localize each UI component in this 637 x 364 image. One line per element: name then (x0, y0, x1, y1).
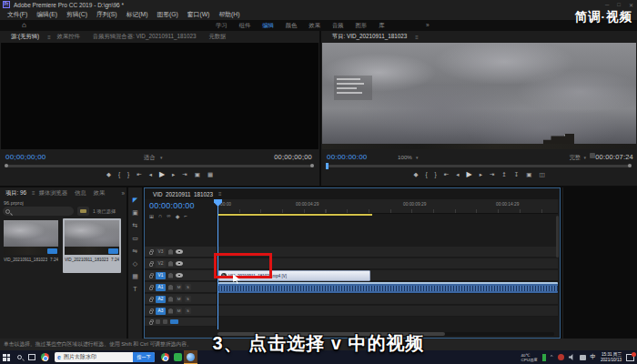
search-query-text[interactable]: 图片去除水印 (64, 353, 133, 361)
go-to-out-icon[interactable]: ⇥ (182, 171, 187, 178)
project-item-clip[interactable]: VID_20210911_181023 7:24 (2, 218, 60, 273)
minimize-button[interactable]: ─ (605, 2, 609, 7)
source-scrub-knob-right[interactable] (310, 164, 314, 167)
panel-overflow-chevron[interactable]: » (119, 190, 126, 197)
track-lane-a3[interactable] (217, 306, 558, 317)
comparison-view-icon[interactable]: ◫ (539, 171, 544, 178)
go-to-in-icon[interactable]: ⇤ (444, 171, 449, 178)
lock-icon[interactable] (149, 310, 153, 314)
workspace-overflow-chevron[interactable]: » (426, 22, 430, 28)
play-icon[interactable]: ▶ (159, 170, 165, 178)
menu-edit[interactable]: 编辑(E) (32, 10, 62, 19)
ime-indicator[interactable]: 中 (591, 353, 597, 361)
panel-menu-icon[interactable]: ≡ (415, 35, 419, 40)
snap-icon[interactable]: ∩ (158, 213, 162, 219)
go-to-out-icon[interactable]: ⇥ (490, 171, 494, 178)
search-go-button[interactable]: 搜一下 (133, 352, 155, 362)
action-center-icon[interactable] (626, 354, 634, 361)
tab-metadata[interactable]: 元数据 (202, 33, 232, 41)
network-display-icon[interactable] (580, 355, 586, 360)
workspace-tab-assembly[interactable]: 组件 (239, 22, 251, 30)
tab-source[interactable]: 源:(无剪辑) (5, 33, 46, 41)
taskbar-search-icon[interactable] (13, 350, 25, 364)
new-bin-button[interactable] (77, 207, 89, 216)
mute-button[interactable]: M (176, 284, 182, 290)
mute-button[interactable]: M (176, 296, 182, 302)
sync-lock-icon[interactable] (168, 285, 173, 290)
add-marker-icon[interactable]: ◆ (176, 213, 180, 219)
home-icon[interactable]: ⌂ (22, 21, 26, 30)
workspace-tab-learning[interactable]: 学习 (216, 22, 228, 30)
export-frame-icon[interactable]: ▣ (526, 171, 531, 178)
track-target-a2[interactable]: A2 (156, 296, 166, 303)
linked-selection-icon[interactable]: ∞ (167, 213, 170, 219)
lock-icon[interactable] (149, 263, 153, 267)
program-current-timecode[interactable]: 00:00:00:00 (327, 153, 367, 161)
menu-help[interactable]: 帮助(H) (214, 10, 244, 19)
sync-lock-icon[interactable] (168, 297, 173, 302)
program-scrubber[interactable] (326, 165, 632, 167)
track-select-tool[interactable]: ▣ (132, 209, 138, 217)
workspace-tab-audio[interactable]: 音频 (332, 22, 344, 30)
tab-info[interactable]: 信息 (71, 189, 90, 197)
lock-icon[interactable] (149, 287, 153, 290)
maximize-button[interactable]: □ (617, 2, 621, 7)
add-marker-icon[interactable]: ◆ (413, 171, 418, 178)
razor-tool[interactable]: ▭ (132, 235, 138, 242)
mark-in-icon[interactable]: { (118, 171, 120, 177)
step-back-icon[interactable]: ◂ (456, 171, 459, 178)
program-scrub-knob-right[interactable] (628, 164, 632, 167)
workspace-tab-effects[interactable]: 效果 (308, 22, 320, 30)
green-app-icon[interactable] (171, 350, 184, 364)
solo-button[interactable]: S (185, 284, 191, 290)
lock-icon[interactable] (149, 321, 153, 325)
tab-effect-controls[interactable]: 效果控件 (51, 33, 86, 41)
workspace-tab-graphics[interactable]: 图形 (356, 22, 368, 30)
master-mute-icon[interactable] (163, 319, 167, 324)
timeline-playhead-timecode[interactable]: 00:00:00:00 (149, 201, 195, 210)
track-target-a3[interactable]: A3 (156, 308, 166, 315)
tab-sequence[interactable]: VID_20210911_181023 (149, 191, 217, 197)
task-view-icon[interactable] (25, 350, 38, 364)
tab-program[interactable]: 节目: VID_20210911_181023 (326, 33, 413, 41)
menu-marker[interactable]: 标记(M) (122, 10, 153, 19)
solo-button[interactable]: S (185, 296, 191, 302)
overwrite-icon[interactable]: ▦ (207, 171, 213, 178)
step-forward-icon[interactable]: ▸ (480, 171, 482, 178)
program-zoom-dropdown[interactable]: 100% (398, 154, 412, 160)
tab-audio-clip-mixer[interactable]: 音频剪辑混合器: VID_20210911_181023 (86, 33, 203, 41)
solo-button[interactable]: S (185, 308, 191, 314)
active-app-icon[interactable] (184, 350, 197, 364)
source-zoom-dropdown[interactable]: 适合 (144, 154, 155, 162)
workspace-tab-color[interactable]: 颜色 (286, 22, 298, 30)
project-search-input[interactable] (3, 207, 74, 216)
step-back-icon[interactable]: ◂ (149, 171, 152, 178)
master-meter-icon[interactable] (156, 319, 160, 324)
track-output-eye-icon[interactable] (176, 249, 183, 254)
lock-icon[interactable] (149, 298, 153, 302)
extract-icon[interactable]: ↧ (514, 171, 519, 178)
panel-menu-icon[interactable]: ≡ (218, 191, 222, 197)
tray-expand-chevron[interactable]: ^ (551, 354, 553, 360)
track-lane-a2[interactable] (217, 294, 558, 305)
sync-lock-icon[interactable] (168, 249, 173, 255)
workspace-tab-editing[interactable]: 编辑 (262, 22, 274, 30)
source-scrubber[interactable] (5, 165, 314, 167)
insert-as-nest-icon[interactable]: ⊞ (149, 213, 154, 219)
playback-resolution-dropdown[interactable]: 完整 (570, 154, 581, 162)
selection-tool[interactable]: ◤ (133, 197, 137, 204)
tab-media-browser[interactable]: 媒体浏览器 (35, 189, 71, 197)
security-alert-icon[interactable] (558, 354, 564, 360)
mark-out-icon[interactable]: } (435, 171, 437, 177)
timeline-ruler[interactable]: 00:00 00:00:04:29 00:00:09:29 00:00:14:2… (217, 199, 558, 214)
menu-graphics[interactable]: 图形(G) (152, 10, 182, 19)
track-target-v3[interactable]: V3 (156, 248, 166, 256)
hand-tool[interactable]: ▦ (132, 273, 138, 280)
track-target-a1[interactable]: A1 (156, 284, 166, 291)
lock-icon[interactable] (149, 275, 153, 278)
volume-icon[interactable] (569, 354, 575, 360)
menu-sequence[interactable]: 序列(S) (92, 10, 122, 19)
go-to-in-icon[interactable]: ⇤ (136, 171, 141, 178)
chrome-icon[interactable] (158, 350, 171, 364)
close-button[interactable]: ✕ (629, 2, 633, 8)
